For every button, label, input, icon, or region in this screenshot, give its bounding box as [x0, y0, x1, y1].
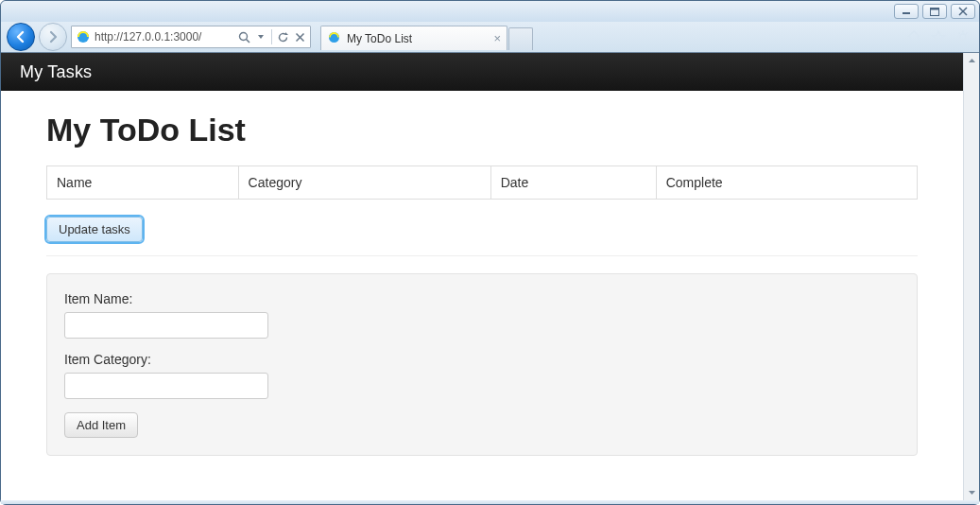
tab-title: My ToDo List [347, 32, 412, 45]
ie-icon [76, 29, 91, 44]
browser-toolbar-right [905, 28, 973, 45]
col-category: Category [238, 166, 490, 200]
svg-rect-0 [903, 12, 910, 14]
page-container: My ToDo List Name Category Date Complete… [1, 91, 963, 475]
tab-strip: My ToDo List × [320, 24, 902, 50]
tab-close-button[interactable]: × [493, 31, 501, 45]
minimize-icon [902, 8, 911, 15]
page-heading: My ToDo List [46, 112, 918, 148]
ie-icon [327, 30, 341, 47]
browser-navbar: My ToDo List × [1, 22, 979, 52]
scroll-down-icon[interactable] [964, 484, 979, 500]
col-complete: Complete [656, 166, 917, 200]
window-minimize-button[interactable] [894, 4, 919, 19]
address-bar-buttons [236, 29, 310, 44]
refresh-icon[interactable] [275, 29, 290, 44]
separator [271, 29, 272, 44]
search-icon[interactable] [236, 29, 251, 44]
svg-line-19 [958, 40, 959, 41]
update-tasks-button[interactable]: Update tasks [46, 217, 143, 242]
svg-rect-2 [931, 8, 939, 9]
tools-icon[interactable] [954, 28, 971, 45]
svg-point-11 [960, 34, 966, 40]
window-close-button[interactable] [951, 4, 975, 19]
address-bar[interactable] [71, 26, 311, 48]
arrow-left-icon [14, 30, 27, 44]
scroll-up-icon[interactable] [964, 53, 979, 69]
nav-forward-button[interactable] [39, 23, 67, 51]
web-page: My Tasks My ToDo List Name Category Date… [1, 53, 963, 500]
svg-line-16 [958, 32, 959, 33]
scroll-track[interactable] [964, 69, 979, 484]
home-icon[interactable] [905, 28, 922, 45]
vertical-scrollbar[interactable] [963, 53, 979, 500]
add-item-form: Item Name: Item Category: Add Item [46, 273, 918, 456]
col-date: Date [490, 166, 656, 200]
item-name-input[interactable] [64, 312, 268, 339]
svg-line-18 [966, 32, 967, 33]
stop-icon[interactable] [292, 29, 307, 44]
close-icon [958, 7, 968, 16]
item-category-label: Item Category: [64, 352, 900, 367]
divider [46, 255, 918, 256]
app-navbar: My Tasks [1, 53, 963, 91]
nav-back-button[interactable] [7, 23, 35, 51]
new-tab-button[interactable] [508, 27, 533, 50]
maximize-icon [930, 8, 939, 16]
app-brand: My Tasks [20, 62, 92, 82]
svg-point-6 [239, 32, 247, 40]
browser-tab[interactable]: My ToDo List × [320, 26, 507, 50]
url-input[interactable] [95, 27, 236, 46]
window-titlebar [1, 1, 979, 22]
add-item-button[interactable]: Add Item [64, 412, 138, 438]
table-header-row: Name Category Date Complete [47, 166, 918, 200]
item-category-input[interactable] [64, 373, 268, 399]
arrow-right-icon [46, 30, 60, 44]
window-maximize-button[interactable] [922, 4, 947, 19]
col-name: Name [47, 166, 239, 200]
window-statusbar [1, 500, 979, 504]
dropdown-icon[interactable] [253, 29, 268, 44]
svg-line-17 [966, 40, 967, 41]
svg-line-7 [246, 39, 249, 43]
item-name-label: Item Name: [64, 291, 900, 306]
tasks-table: Name Category Date Complete [46, 165, 918, 200]
browser-client-area: My Tasks My ToDo List Name Category Date… [1, 52, 979, 500]
favorites-icon[interactable] [930, 28, 947, 45]
